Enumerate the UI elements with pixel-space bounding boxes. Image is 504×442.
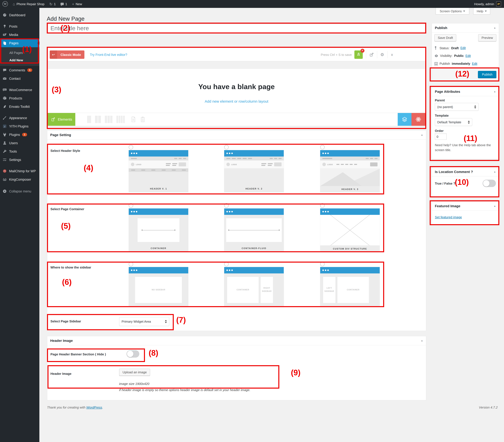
sections-library-button[interactable] <box>398 113 412 126</box>
site-link[interactable]: ⌂ Phone Repair Shop <box>10 0 47 8</box>
edit-status-link[interactable]: Edit <box>460 46 466 50</box>
header-image-header[interactable]: Header Image ▲ <box>47 336 426 345</box>
page-attributes-header[interactable]: Page Attributes ▲ <box>432 87 499 96</box>
sidebar-item-mailchimp[interactable]: MailChimp for WP <box>0 167 39 175</box>
layout-4col-button[interactable] <box>116 116 125 123</box>
collapse-menu-button[interactable]: Collapse menu <box>0 187 39 195</box>
account-menu[interactable]: Howdy, admin <box>474 1 504 6</box>
custom-div-card[interactable]: CUSTOM DIV STRUCTURE <box>320 208 380 252</box>
container-fluid-radio[interactable] <box>224 203 229 208</box>
order-input[interactable] <box>435 133 447 140</box>
svg-text:Woo: Woo <box>3 89 6 91</box>
header-v2-card[interactable]: LOGO HEADER V. 2 <box>224 150 284 192</box>
publish-button[interactable]: Publish <box>478 71 496 78</box>
template-select[interactable]: Default Template <box>435 118 472 126</box>
set-featured-image-link[interactable]: Set featured image <box>435 215 462 219</box>
left-sidebar-radio[interactable] <box>320 262 324 266</box>
sidebar-item-contact[interactable]: Contact <box>0 74 39 83</box>
publish-time-value: immediately <box>452 62 470 65</box>
settings-gear-icon[interactable]: ⚙ <box>380 53 384 57</box>
sidebar-item-dashboard[interactable]: Dashboard <box>0 11 39 19</box>
sidebar-item-pages[interactable]: Pages <box>0 39 39 47</box>
sidebar-item-users[interactable]: Users <box>0 139 39 147</box>
banner-hide-toggle[interactable] <box>126 350 139 358</box>
browser-bar <box>129 208 188 215</box>
header-v1-radio[interactable] <box>129 145 133 149</box>
template-label: Template <box>435 114 449 117</box>
right-sidebar-radio[interactable] <box>224 262 229 266</box>
layout-3col-button[interactable] <box>105 116 112 123</box>
sidebar-item-settings[interactable]: Settings <box>0 156 39 164</box>
sidebar-item-posts[interactable]: Posts <box>0 22 39 31</box>
preview-button[interactable]: Preview <box>478 34 497 41</box>
atom-icon <box>415 116 422 123</box>
mountain-graphic <box>320 168 380 186</box>
unsaved-badge: * <box>360 49 364 53</box>
visibility-value: Public <box>454 54 464 57</box>
no-sidebar-card[interactable]: NO SIDEBAR <box>129 267 188 306</box>
add-element-link[interactable]: Add new element or row/column layout <box>205 99 268 103</box>
export-icon[interactable] <box>369 53 374 57</box>
no-sidebar-radio[interactable] <box>129 262 133 266</box>
location-comment-panel: Is Location Comment ? ▲ True / False ? <box>432 167 499 197</box>
custom-div-radio[interactable] <box>320 203 324 208</box>
edit-schedule-link[interactable]: Edit <box>472 62 477 65</box>
layout-2col-button[interactable] <box>95 116 101 123</box>
publish-header[interactable]: Publish ▲ <box>432 23 499 33</box>
sidebar-item-comments[interactable]: Comments 1 <box>0 66 39 74</box>
page-setting-header[interactable]: Page Setting ▲ <box>47 130 426 140</box>
kc-science-button[interactable] <box>412 113 425 126</box>
sidebar-item-appearance[interactable]: Appearance <box>0 114 39 122</box>
document-icon[interactable] <box>131 116 136 122</box>
sidebar-item-kingcomposer[interactable]: KingComposer <box>0 175 39 184</box>
left-sidebar-container-card[interactable]: LEFT SIDEBAR CONTAINER <box>320 267 380 306</box>
header-v2-radio[interactable] <box>224 145 229 149</box>
frontend-editor-link[interactable]: Try Front-End live editor? <box>90 53 127 56</box>
container-card[interactable]: CONTAINER <box>129 208 188 252</box>
sidebar-item-woocommerce[interactable]: Woo WooCommerce <box>0 86 39 94</box>
kc-live-button[interactable]: * <box>354 51 363 59</box>
submenu-all-pages[interactable]: All Pages <box>0 49 39 56</box>
screen-options-button[interactable]: Screen Options <box>436 8 469 15</box>
header-v3-card[interactable]: LOGO HEADER V. 3 <box>320 150 380 192</box>
parent-select[interactable]: (no parent) <box>435 103 479 111</box>
page-sidebar-select[interactable]: Primary Widget Area <box>119 317 169 326</box>
header-style-label: Select Header Style <box>51 149 80 153</box>
elements-icon <box>51 117 56 122</box>
sidebar-item-tools[interactable]: Tools <box>0 147 39 156</box>
wordpress-link[interactable]: WordPress <box>86 405 102 409</box>
submenu-add-new[interactable]: Add New <box>0 56 39 64</box>
sidebar-item-plugins[interactable]: Plugins 1 <box>0 130 39 139</box>
container-fluid-card[interactable]: CONTAINER-FLUID <box>224 208 284 252</box>
container-radio[interactable] <box>129 203 133 208</box>
comments-link[interactable]: 1 <box>58 0 70 8</box>
header-v3-radio[interactable] <box>320 145 324 149</box>
sidebar-item-envato[interactable]: Envato Toolkit <box>0 102 39 111</box>
new-content-link[interactable]: + New <box>70 0 85 8</box>
card-caption: CUSTOM DIV STRUCTURE <box>320 248 380 250</box>
featured-image-header[interactable]: Featured Image ▲ <box>432 202 499 211</box>
header-v1-card[interactable]: LOGO HEADER V. 1 <box>129 150 188 192</box>
post-title-input[interactable] <box>48 24 425 33</box>
layout-1col-button[interactable] <box>87 116 91 123</box>
schedule-row: Publish immediately Edit <box>434 62 477 65</box>
collapse-editor-icon[interactable]: ∨ <box>391 53 393 56</box>
sidebar-item-media[interactable]: Media <box>0 31 39 39</box>
wordpress-menu[interactable]: W <box>0 0 10 8</box>
container-right-sidebar-card[interactable]: CONTAINER RIGHT SIDEBAR <box>224 267 284 306</box>
elements-button[interactable]: Elements <box>48 113 75 126</box>
updates-link[interactable]: ↻ 1 <box>47 0 58 8</box>
edit-visibility-link[interactable]: Edit <box>466 54 471 57</box>
sidebar-item-yith[interactable]: y YITH Plugins <box>0 122 39 130</box>
pages-icon <box>2 41 7 45</box>
upload-image-button[interactable]: Upload an image <box>119 369 150 376</box>
location-comment-header[interactable]: Is Location Comment ? ▲ <box>432 167 499 176</box>
classic-mode-button[interactable]: ↩ Classic Mode <box>50 51 84 59</box>
help-button[interactable]: Help <box>473 8 490 15</box>
sidebar-item-products[interactable]: Products <box>0 94 39 102</box>
clipboard-icon[interactable] <box>141 116 145 122</box>
mailchimp-icon <box>2 169 7 173</box>
save-draft-button[interactable]: Save Draft <box>434 34 456 41</box>
current-menu-arrow <box>37 41 39 45</box>
location-comment-toggle[interactable] <box>483 180 496 187</box>
